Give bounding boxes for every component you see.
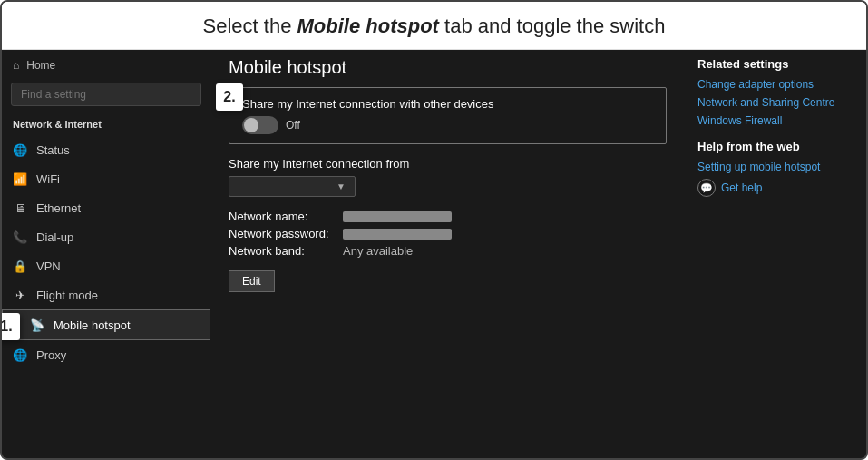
sidebar-item-label: Ethernet (36, 201, 81, 215)
windows-firewall-link[interactable]: Windows Firewall (697, 114, 853, 127)
chat-icon: 💬 (700, 182, 713, 194)
related-settings-title: Related settings (697, 57, 853, 71)
network-name-label: Network name: (229, 210, 337, 223)
sidebar-item-label: Flight mode (36, 289, 98, 302)
change-adapter-link[interactable]: Change adapter options (697, 78, 853, 91)
toggle-row: Off (242, 116, 493, 134)
ethernet-icon: 🖥 (13, 201, 27, 215)
hotspot-toggle-box: Share my Internet connection with other … (229, 87, 667, 144)
flightmode-icon: ✈ (13, 288, 27, 302)
sidebar-home[interactable]: ⌂ Home (2, 54, 210, 77)
sidebar-item-ethernet[interactable]: 🖥 Ethernet (2, 193, 210, 222)
get-help-icon: 💬 (697, 179, 716, 197)
sidebar-item-proxy[interactable]: 🌐 Proxy (2, 340, 210, 369)
network-details: Network name: Network password: Network … (229, 210, 667, 258)
hotspot-section: 2. Share my Internet connection with oth… (229, 87, 667, 157)
network-name-value (343, 211, 452, 222)
right-panel: Related settings Change adapter options … (685, 50, 866, 458)
sidebar-item-status[interactable]: 🌐 Status (2, 135, 210, 164)
get-help-link[interactable]: Get help (721, 181, 762, 194)
sidebar-item-label: VPN (36, 259, 61, 273)
home-label: Home (26, 59, 55, 72)
main-container: Select the Mobile hotspot tab and toggle… (0, 0, 868, 460)
toggle-switch[interactable] (242, 116, 278, 134)
network-name-row: Network name: (229, 210, 667, 223)
proxy-icon: 🌐 (13, 347, 27, 362)
sidebar: ⌂ Home Network & Internet 🌐 Status 📶 WiF… (2, 50, 210, 458)
edit-button[interactable]: Edit (229, 270, 275, 292)
header-title: Select the Mobile hotspot tab and toggle… (20, 15, 848, 38)
mobilehotspot-icon: 📡 (30, 318, 44, 332)
content-area: Mobile hotspot 2. Share my Internet conn… (210, 50, 685, 458)
home-icon: ⌂ (13, 59, 19, 72)
wifi-icon: 📶 (13, 171, 27, 186)
toggle-content: Share my Internet connection with other … (242, 97, 493, 134)
status-icon: 🌐 (13, 142, 27, 157)
sidebar-item-mobilehotspot[interactable]: 📡 Mobile hotspot (2, 309, 210, 340)
sidebar-item-label: Proxy (36, 348, 66, 362)
chevron-down-icon: ▼ (336, 181, 346, 191)
sidebar-item-dialup[interactable]: 📞 Dial-up (2, 222, 210, 251)
main-area: ⌂ Home Network & Internet 🌐 Status 📶 WiF… (2, 50, 866, 458)
network-password-label: Network password: (229, 227, 337, 240)
header: Select the Mobile hotspot tab and toggle… (2, 2, 866, 50)
network-band-row: Network band: Any available (229, 244, 667, 258)
sidebar-item-wifi[interactable]: 📶 WiFi (2, 164, 210, 193)
step1-badge: 1. (2, 313, 20, 340)
vpn-icon: 🔒 (13, 259, 27, 273)
step2-badge: 2. (216, 83, 243, 111)
sidebar-item-label: Dial-up (36, 230, 73, 244)
toggle-state-label: Off (286, 119, 300, 132)
sidebar-item-label: Mobile hotspot (54, 318, 131, 332)
network-band-label: Network band: (229, 244, 337, 258)
sidebar-item-label: WiFi (36, 172, 60, 186)
toggle-label: Share my Internet connection with other … (242, 97, 493, 111)
share-from-label: Share my Internet connection from (229, 157, 667, 171)
setup-hotspot-link[interactable]: Setting up mobile hotspot (697, 161, 853, 173)
network-password-value (343, 229, 452, 240)
network-password-row: Network password: (229, 227, 667, 240)
get-help-row: 💬 Get help (697, 179, 853, 197)
sidebar-item-label: Status (36, 143, 70, 157)
network-sharing-link[interactable]: Network and Sharing Centre (697, 96, 853, 109)
sidebar-item-vpn[interactable]: 🔒 VPN (2, 251, 210, 280)
dialup-icon: 📞 (13, 230, 27, 244)
page-title: Mobile hotspot (229, 50, 667, 87)
search-input[interactable] (11, 83, 201, 106)
share-from-dropdown[interactable]: ▼ (229, 176, 356, 197)
network-band-value: Any available (343, 244, 413, 258)
sidebar-item-flightmode[interactable]: ✈ Flight mode (2, 280, 210, 309)
section-title: Network & Internet (2, 115, 210, 135)
help-from-web-title: Help from the web (697, 140, 853, 153)
